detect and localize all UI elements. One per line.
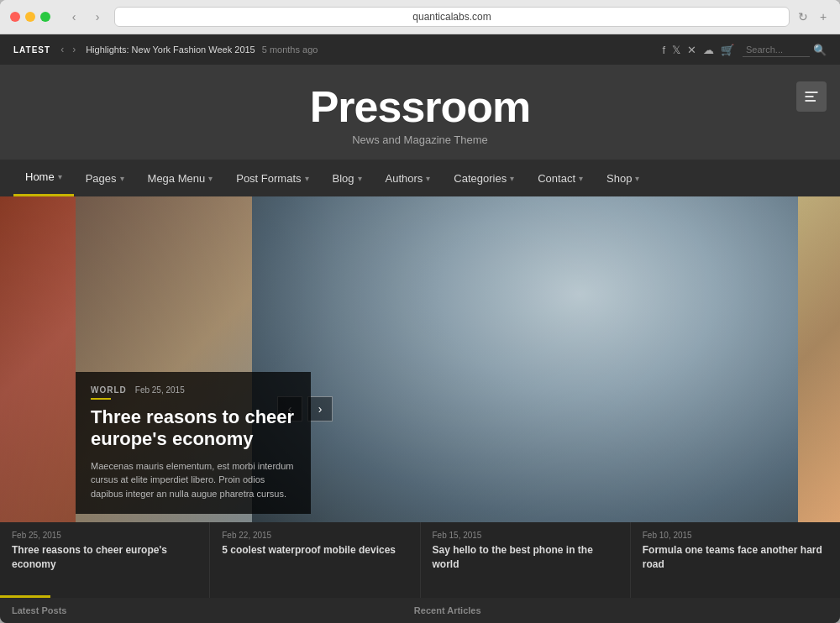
- categories-caret: ▾: [510, 174, 514, 183]
- minimize-button[interactable]: [25, 12, 35, 22]
- social-icons: f 𝕏 ✕ ☁ 🛒: [662, 44, 734, 56]
- contact-caret: ▾: [579, 174, 583, 183]
- news-strip: Feb 25, 2015 Three reasons to cheer euro…: [0, 522, 840, 598]
- svg-rect-1: [806, 96, 814, 97]
- site-content: LATEST ‹ › Highlights: New York Fashion …: [0, 34, 840, 623]
- close-button[interactable]: [10, 12, 20, 22]
- ticker-time: 5 months ago: [262, 44, 318, 55]
- news-title-1: Three reasons to cheer europe's economy: [12, 543, 197, 572]
- browser-titlebar: ‹ › quanticalabs.com ↻ +: [0, 0, 840, 34]
- news-title-2: 5 coolest waterproof mobile devices: [222, 543, 407, 558]
- top-bar-right: f 𝕏 ✕ ☁ 🛒 🔍: [662, 43, 827, 57]
- hero-title-underline: [91, 398, 111, 400]
- ticker-prev[interactable]: ‹: [57, 42, 67, 57]
- section-hint-latest: Latest Posts: [12, 605, 66, 615]
- hero-section: ‹ › WORLD Feb 25, 2015 Three reasons to …: [0, 196, 840, 623]
- browser-chrome: ‹ › quanticalabs.com ↻ +: [0, 0, 840, 34]
- authors-caret: ▾: [426, 174, 430, 183]
- list-icon: [803, 88, 820, 105]
- ticker-text: Highlights: New York Fashion Week 2015: [86, 44, 255, 55]
- main-nav: Home ▾ Pages ▾ Mega Menu ▾ Post Formats …: [0, 160, 840, 196]
- news-item-3[interactable]: Feb 15, 2015 Say hello to the best phone…: [421, 522, 631, 598]
- pages-caret: ▾: [120, 174, 124, 183]
- maximize-button[interactable]: [40, 12, 50, 22]
- top-bar: LATEST ‹ › Highlights: New York Fashion …: [0, 34, 840, 65]
- facebook-icon[interactable]: f: [662, 44, 665, 56]
- nav-categories[interactable]: Categories ▾: [442, 160, 526, 196]
- svg-rect-0: [806, 92, 818, 93]
- hero-caption: WORLD Feb 25, 2015 Three reasons to chee…: [76, 372, 311, 514]
- hero-date: Feb 25, 2015: [135, 385, 185, 395]
- site-title: Pressroom: [17, 85, 823, 128]
- nav-post-formats[interactable]: Post Formats ▾: [224, 160, 320, 196]
- search-input[interactable]: [743, 43, 810, 57]
- address-bar[interactable]: quanticalabs.com: [114, 7, 790, 27]
- nav-shop[interactable]: Shop ▾: [595, 160, 651, 196]
- back-button[interactable]: ‹: [64, 7, 84, 27]
- new-tab-icon[interactable]: +: [816, 10, 830, 24]
- x-icon[interactable]: ✕: [687, 44, 696, 56]
- blog-caret: ▾: [358, 174, 362, 183]
- menu-icon[interactable]: [796, 81, 827, 112]
- ticker-next[interactable]: ›: [69, 42, 79, 57]
- search-icon[interactable]: 🔍: [813, 44, 827, 56]
- section-hint-recent: Recent Articles: [414, 605, 481, 615]
- hero-next-btn[interactable]: ›: [307, 396, 333, 421]
- browser-nav: ‹ ›: [64, 7, 108, 27]
- ticker-nav: ‹ ›: [57, 42, 79, 57]
- site-header: Pressroom News and Magazine Theme: [0, 65, 840, 160]
- nav-pages[interactable]: Pages ▾: [74, 160, 136, 196]
- news-date-2: Feb 22, 2015: [222, 531, 407, 540]
- browser-window: ‹ › quanticalabs.com ↻ + LATEST ‹ › High…: [0, 0, 840, 623]
- cart-icon[interactable]: 🛒: [721, 44, 734, 56]
- nav-contact[interactable]: Contact ▾: [526, 160, 595, 196]
- news-item-4[interactable]: Feb 10, 2015 Formula one teams face anot…: [631, 522, 840, 598]
- post-formats-label: Post Formats: [236, 172, 301, 185]
- search-box: 🔍: [743, 43, 827, 57]
- latest-label: LATEST: [13, 45, 50, 55]
- cloud-icon[interactable]: ☁: [703, 44, 714, 56]
- news-date-4: Feb 10, 2015: [643, 531, 828, 540]
- twitter-icon[interactable]: 𝕏: [672, 44, 680, 56]
- traffic-lights: [10, 12, 50, 22]
- news-title-4: Formula one teams face another hard road: [643, 543, 828, 572]
- post-formats-caret: ▾: [305, 174, 309, 183]
- shop-caret: ▾: [635, 174, 639, 183]
- news-item-1[interactable]: Feb 25, 2015 Three reasons to cheer euro…: [0, 522, 210, 598]
- nav-mega-menu[interactable]: Mega Menu ▾: [136, 160, 225, 196]
- news-item-2[interactable]: Feb 22, 2015 5 coolest waterproof mobile…: [210, 522, 420, 598]
- mega-caret: ▾: [208, 174, 213, 183]
- hero-category: WORLD: [91, 385, 127, 395]
- hero-image-area: ‹ › WORLD Feb 25, 2015 Three reasons to …: [0, 196, 840, 522]
- news-title-3: Say hello to the best phone in the world: [433, 543, 618, 572]
- hero-title: Three reasons to cheer europe's economy: [91, 406, 296, 451]
- refresh-icon[interactable]: ↻: [796, 10, 810, 24]
- nav-home[interactable]: Home ▾: [13, 160, 74, 196]
- news-date-1: Feb 25, 2015: [12, 531, 197, 540]
- forward-button[interactable]: ›: [87, 7, 108, 27]
- browser-actions: ↻ +: [796, 10, 830, 24]
- news-date-3: Feb 15, 2015: [433, 531, 618, 540]
- svg-rect-2: [806, 100, 816, 102]
- home-caret: ▾: [58, 172, 62, 181]
- authors-label: Authors: [386, 172, 423, 185]
- nav-blog[interactable]: Blog ▾: [321, 160, 374, 196]
- section-hint: Latest Posts Recent Articles: [0, 598, 840, 623]
- site-tagline: News and Magazine Theme: [17, 134, 823, 146]
- nav-authors[interactable]: Authors ▾: [374, 160, 443, 196]
- hero-excerpt: Maecenas mauris elementum, est morbi int…: [91, 459, 296, 501]
